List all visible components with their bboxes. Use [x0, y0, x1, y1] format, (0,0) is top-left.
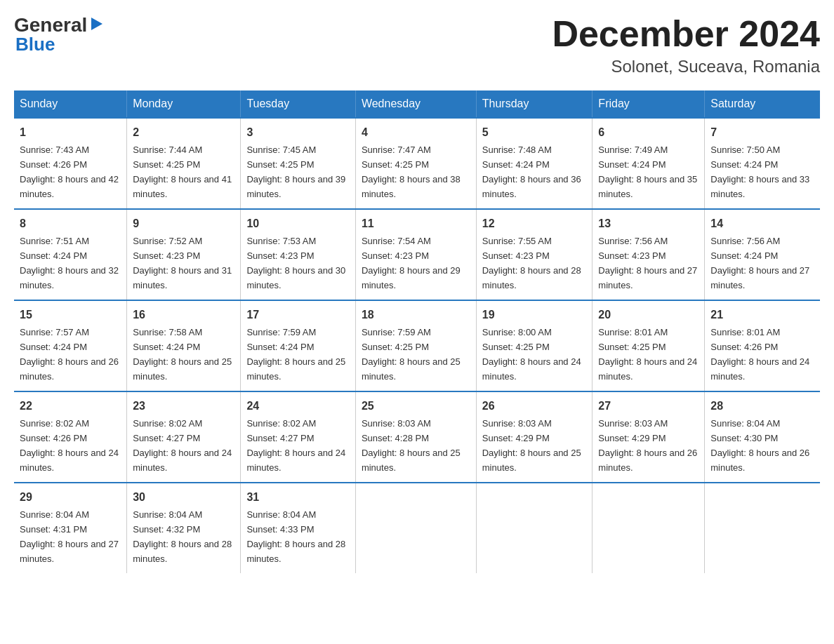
col-thursday: Thursday	[476, 90, 593, 118]
day-info: Sunrise: 7:51 AMSunset: 4:24 PMDaylight:…	[20, 236, 119, 290]
calendar-day-cell: 26 Sunrise: 8:03 AMSunset: 4:29 PMDaylig…	[476, 391, 593, 483]
calendar-day-cell: 22 Sunrise: 8:02 AMSunset: 4:26 PMDaylig…	[14, 391, 127, 483]
day-number: 21	[710, 307, 814, 323]
calendar-day-cell: 20 Sunrise: 8:01 AMSunset: 4:25 PMDaylig…	[593, 300, 705, 391]
calendar-day-cell: 8 Sunrise: 7:51 AMSunset: 4:24 PMDayligh…	[14, 209, 127, 300]
calendar-day-cell: 11 Sunrise: 7:54 AMSunset: 4:23 PMDaylig…	[355, 209, 476, 300]
calendar-day-cell: 1 Sunrise: 7:43 AMSunset: 4:26 PMDayligh…	[14, 118, 127, 209]
calendar-day-cell: 6 Sunrise: 7:49 AMSunset: 4:24 PMDayligh…	[593, 118, 705, 209]
calendar-day-cell: 28 Sunrise: 8:04 AMSunset: 4:30 PMDaylig…	[705, 391, 820, 483]
calendar-week-row: 22 Sunrise: 8:02 AMSunset: 4:26 PMDaylig…	[14, 391, 820, 483]
logo-triangle-icon	[88, 16, 104, 34]
day-info: Sunrise: 7:52 AMSunset: 4:23 PMDaylight:…	[133, 236, 232, 290]
day-info: Sunrise: 8:04 AMSunset: 4:31 PMDaylight:…	[20, 509, 119, 564]
calendar-day-cell: 16 Sunrise: 7:58 AMSunset: 4:24 PMDaylig…	[127, 300, 241, 391]
day-number: 26	[482, 398, 587, 415]
day-number: 17	[246, 307, 350, 323]
calendar-day-cell	[355, 483, 476, 573]
calendar-day-cell: 2 Sunrise: 7:44 AMSunset: 4:25 PMDayligh…	[127, 118, 241, 209]
day-info: Sunrise: 7:50 AMSunset: 4:24 PMDaylight:…	[710, 145, 809, 199]
day-info: Sunrise: 7:49 AMSunset: 4:24 PMDaylight:…	[598, 145, 697, 199]
calendar-day-cell: 25 Sunrise: 8:03 AMSunset: 4:28 PMDaylig…	[355, 391, 476, 483]
calendar-title: December 2024	[552, 14, 820, 54]
calendar-day-cell: 15 Sunrise: 7:57 AMSunset: 4:24 PMDaylig…	[14, 300, 127, 391]
day-info: Sunrise: 7:56 AMSunset: 4:23 PMDaylight:…	[598, 236, 697, 290]
calendar-day-cell: 29 Sunrise: 8:04 AMSunset: 4:31 PMDaylig…	[14, 483, 127, 573]
logo-text-blue: Blue	[15, 34, 55, 55]
day-number: 27	[598, 398, 699, 415]
day-number: 14	[710, 215, 814, 232]
calendar-week-row: 8 Sunrise: 7:51 AMSunset: 4:24 PMDayligh…	[14, 209, 820, 300]
calendar-week-row: 15 Sunrise: 7:57 AMSunset: 4:24 PMDaylig…	[14, 300, 820, 391]
day-number: 30	[133, 489, 234, 506]
day-info: Sunrise: 7:58 AMSunset: 4:24 PMDaylight:…	[133, 327, 232, 382]
calendar-day-cell: 7 Sunrise: 7:50 AMSunset: 4:24 PMDayligh…	[705, 118, 820, 209]
calendar-day-cell: 21 Sunrise: 8:01 AMSunset: 4:26 PMDaylig…	[705, 300, 820, 391]
day-number: 19	[482, 307, 587, 323]
day-number: 2	[133, 124, 234, 141]
day-number: 16	[133, 307, 234, 323]
calendar-day-cell: 10 Sunrise: 7:53 AMSunset: 4:23 PMDaylig…	[241, 209, 356, 300]
day-info: Sunrise: 8:04 AMSunset: 4:33 PMDaylight:…	[246, 509, 345, 564]
col-tuesday: Tuesday	[241, 90, 356, 118]
day-number: 3	[246, 124, 350, 141]
calendar-day-cell: 9 Sunrise: 7:52 AMSunset: 4:23 PMDayligh…	[127, 209, 241, 300]
day-number: 1	[20, 124, 121, 141]
day-number: 7	[710, 124, 814, 141]
calendar-day-cell: 19 Sunrise: 8:00 AMSunset: 4:25 PMDaylig…	[476, 300, 593, 391]
day-info: Sunrise: 7:59 AMSunset: 4:25 PMDaylight:…	[362, 327, 461, 382]
day-info: Sunrise: 8:00 AMSunset: 4:25 PMDaylight:…	[482, 327, 581, 382]
col-wednesday: Wednesday	[355, 90, 476, 118]
calendar-day-cell: 18 Sunrise: 7:59 AMSunset: 4:25 PMDaylig…	[355, 300, 476, 391]
day-info: Sunrise: 7:54 AMSunset: 4:23 PMDaylight:…	[362, 236, 461, 290]
calendar-day-cell: 27 Sunrise: 8:03 AMSunset: 4:29 PMDaylig…	[593, 391, 705, 483]
day-info: Sunrise: 7:44 AMSunset: 4:25 PMDaylight:…	[133, 145, 232, 199]
calendar-day-cell: 24 Sunrise: 8:02 AMSunset: 4:27 PMDaylig…	[241, 391, 356, 483]
day-info: Sunrise: 8:03 AMSunset: 4:29 PMDaylight:…	[482, 418, 581, 473]
day-info: Sunrise: 7:57 AMSunset: 4:24 PMDaylight:…	[20, 327, 119, 382]
col-monday: Monday	[127, 90, 241, 118]
day-info: Sunrise: 8:01 AMSunset: 4:25 PMDaylight:…	[598, 327, 697, 382]
day-number: 23	[133, 398, 234, 415]
day-number: 28	[710, 398, 814, 415]
day-number: 22	[20, 398, 121, 415]
calendar-day-cell	[593, 483, 705, 573]
calendar-day-cell	[476, 483, 593, 573]
day-info: Sunrise: 8:02 AMSunset: 4:27 PMDaylight:…	[246, 418, 345, 473]
day-info: Sunrise: 7:48 AMSunset: 4:24 PMDaylight:…	[482, 145, 581, 199]
day-number: 25	[362, 398, 470, 415]
day-info: Sunrise: 7:55 AMSunset: 4:23 PMDaylight:…	[482, 236, 581, 290]
calendar-day-cell: 14 Sunrise: 7:56 AMSunset: 4:24 PMDaylig…	[705, 209, 820, 300]
day-number: 10	[246, 215, 350, 232]
calendar-day-cell: 3 Sunrise: 7:45 AMSunset: 4:25 PMDayligh…	[241, 118, 356, 209]
calendar-table: Sunday Monday Tuesday Wednesday Thursday…	[14, 90, 820, 573]
calendar-day-cell: 17 Sunrise: 7:59 AMSunset: 4:24 PMDaylig…	[241, 300, 356, 391]
day-number: 24	[246, 398, 350, 415]
calendar-subtitle: Solonet, Suceava, Romania	[552, 57, 820, 76]
day-info: Sunrise: 7:59 AMSunset: 4:24 PMDaylight:…	[246, 327, 345, 382]
calendar-week-row: 1 Sunrise: 7:43 AMSunset: 4:26 PMDayligh…	[14, 118, 820, 209]
calendar-day-cell: 4 Sunrise: 7:47 AMSunset: 4:25 PMDayligh…	[355, 118, 476, 209]
calendar-day-cell: 23 Sunrise: 8:02 AMSunset: 4:27 PMDaylig…	[127, 391, 241, 483]
title-block: December 2024 Solonet, Suceava, Romania	[552, 14, 820, 76]
col-saturday: Saturday	[705, 90, 820, 118]
day-number: 8	[20, 215, 121, 232]
day-number: 12	[482, 215, 587, 232]
day-info: Sunrise: 7:47 AMSunset: 4:25 PMDaylight:…	[362, 145, 461, 199]
calendar-day-cell	[705, 483, 820, 573]
day-info: Sunrise: 8:03 AMSunset: 4:28 PMDaylight:…	[362, 418, 461, 473]
day-number: 29	[20, 489, 121, 506]
day-info: Sunrise: 8:01 AMSunset: 4:26 PMDaylight:…	[710, 327, 809, 382]
col-friday: Friday	[593, 90, 705, 118]
svg-marker-0	[91, 18, 102, 30]
day-number: 5	[482, 124, 587, 141]
logo: General Blue	[14, 14, 104, 55]
calendar-week-row: 29 Sunrise: 8:04 AMSunset: 4:31 PMDaylig…	[14, 483, 820, 573]
day-info: Sunrise: 8:04 AMSunset: 4:32 PMDaylight:…	[133, 509, 232, 564]
day-info: Sunrise: 8:03 AMSunset: 4:29 PMDaylight:…	[598, 418, 697, 473]
calendar-day-cell: 31 Sunrise: 8:04 AMSunset: 4:33 PMDaylig…	[241, 483, 356, 573]
day-info: Sunrise: 7:53 AMSunset: 4:23 PMDaylight:…	[246, 236, 345, 290]
day-number: 13	[598, 215, 699, 232]
day-info: Sunrise: 8:02 AMSunset: 4:27 PMDaylight:…	[133, 418, 232, 473]
calendar-day-cell: 30 Sunrise: 8:04 AMSunset: 4:32 PMDaylig…	[127, 483, 241, 573]
